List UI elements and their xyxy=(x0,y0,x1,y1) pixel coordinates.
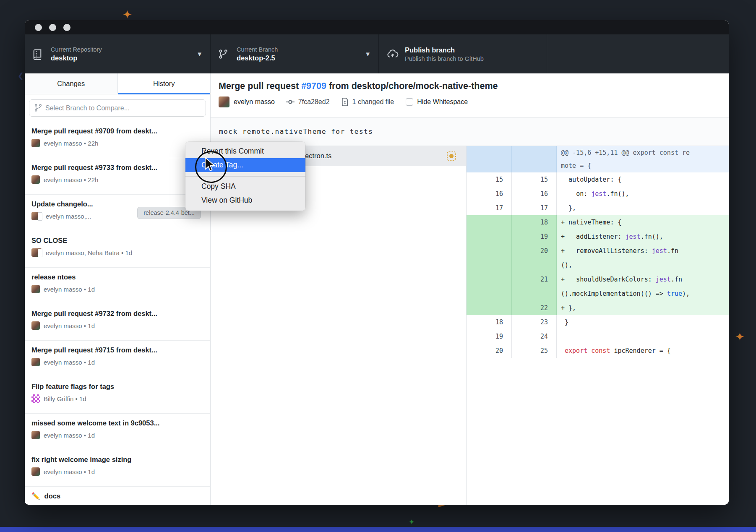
current-repository-label: Current Repository xyxy=(51,46,192,53)
commit-item-meta: evelyn masso • 22h xyxy=(31,175,203,184)
old-line-number xyxy=(467,272,512,301)
commit-list-item[interactable]: Flip feature flags for tagsBilly Griffin… xyxy=(25,377,210,414)
commit-item-title: Merge pull request #9715 from deskt... xyxy=(31,346,203,354)
diff-code-text: + removeAllListeners: jest.fn(), xyxy=(557,244,729,272)
desktop-background: ✦ ✦ ✦ ❮ Current Repository desktop xyxy=(0,0,756,532)
file-modified-icon xyxy=(447,151,456,161)
old-line-number xyxy=(467,244,512,272)
old-line-number xyxy=(467,146,512,172)
new-line-number: 23 xyxy=(512,315,557,329)
close-button[interactable] xyxy=(35,24,42,31)
avatar xyxy=(31,212,42,220)
commit-item-meta: evelyn masso • 1d xyxy=(31,285,203,293)
current-repository-button[interactable]: Current Repository desktop ▼ xyxy=(25,34,211,73)
commit-item-meta: evelyn masso, Neha Batra • 1d xyxy=(31,248,203,257)
diff-line: 22+ }, xyxy=(467,301,729,315)
old-line-number: 18 xyxy=(467,315,512,329)
commit-list-item[interactable]: release ntoesevelyn masso • 1d xyxy=(25,268,210,304)
commit-list-item[interactable]: Merge pull request #9709 from deskt...ev… xyxy=(25,122,210,158)
publish-branch-title: Publish branch xyxy=(405,46,539,54)
current-repository-value: desktop xyxy=(51,54,192,62)
pr-number-link[interactable]: #9709 xyxy=(301,81,326,91)
new-line-number: 16 xyxy=(512,187,557,201)
new-line-number: 21 xyxy=(512,272,557,301)
avatar xyxy=(31,175,40,184)
commit-meta-row: evelyn masso 7fca28ed2 1 chang xyxy=(219,96,729,107)
sparkle-icon: ✦ xyxy=(735,331,745,343)
minimize-button[interactable] xyxy=(49,24,56,31)
menu-item-copy-sha[interactable]: Copy SHA xyxy=(185,180,305,193)
diff-code-text: }, xyxy=(557,201,729,215)
avatar xyxy=(31,431,40,439)
sidebar-tabs: Changes History xyxy=(25,73,210,94)
publish-branch-subtitle: Publish this branch to GitHub xyxy=(405,55,539,62)
diff-line: 20+ removeAllListeners: jest.fn(), xyxy=(467,244,729,272)
old-line-number: 20 xyxy=(467,344,512,358)
commit-item-meta: evelyn masso • 1d xyxy=(31,467,203,476)
hide-whitespace-checkbox[interactable] xyxy=(406,98,413,106)
commit-list-item[interactable]: Merge pull request #9732 from deskt...ev… xyxy=(25,304,210,341)
new-line-number: 25 xyxy=(512,344,557,358)
commit-item-title: Merge pull request #9733 from deskt... xyxy=(31,164,203,172)
tab-changes[interactable]: Changes xyxy=(25,73,117,94)
commit-item-title: missed some welcome text in 9c9053... xyxy=(31,419,203,427)
publish-branch-button[interactable]: Publish branch Publish this branch to Gi… xyxy=(379,34,547,73)
commit-item-title: Flip feature flags for tags xyxy=(31,383,203,391)
new-line-number: 17 xyxy=(512,201,557,215)
diff-line: 21+ shouldUseDarkColors: jest.fn().mockI… xyxy=(467,272,729,301)
window-titlebar xyxy=(25,20,729,34)
commit-item-title: Merge pull request #9732 from deskt... xyxy=(31,310,203,318)
changed-file-icon xyxy=(341,97,349,107)
commit-list-item[interactable]: Merge pull request #9733 from deskt...ev… xyxy=(25,158,210,195)
commit-item-meta: evelyn masso • 1d xyxy=(31,431,203,439)
select-branch-to-compare-input[interactable] xyxy=(29,99,206,117)
tab-history[interactable]: History xyxy=(117,73,211,94)
diff-code-text: on: jest.fn(), xyxy=(557,187,729,201)
commit-list-item[interactable]: fix right welcome image sizingevelyn mas… xyxy=(25,450,210,487)
new-line-number: 19 xyxy=(512,229,557,244)
avatar xyxy=(31,467,40,476)
old-line-number: 17 xyxy=(467,201,512,215)
commit-item-title: SO CLOSE xyxy=(31,237,203,245)
avatar xyxy=(219,96,229,107)
sparkle-icon: ✦ xyxy=(123,9,132,21)
app-toolbar: Current Repository desktop ▼ Current Bra… xyxy=(25,34,729,73)
commit-item-meta: evelyn masso • 1d xyxy=(31,321,203,330)
commit-item-title: release ntoes xyxy=(31,273,203,281)
diff-code-text: + nativeTheme: { xyxy=(557,215,729,229)
new-line-number: 24 xyxy=(512,329,557,344)
changed-files-count: 1 changed file xyxy=(352,98,394,106)
github-desktop-window: Current Repository desktop ▼ Current Bra… xyxy=(25,20,729,505)
commit-list-item[interactable]: missed some welcome text in 9c9053...eve… xyxy=(25,414,210,450)
new-line-number xyxy=(512,146,557,172)
current-branch-label: Current Branch xyxy=(237,46,360,53)
commit-item-title: ✏️docs xyxy=(31,492,203,500)
old-line-number: 19 xyxy=(467,329,512,344)
avatar xyxy=(31,139,40,147)
commit-item-title: Merge pull request #9709 from deskt... xyxy=(31,127,203,135)
cloud-upload-icon xyxy=(386,48,399,60)
repository-book-icon xyxy=(32,48,45,60)
avatar xyxy=(31,285,40,293)
maximize-button[interactable] xyxy=(63,24,70,31)
diff-code-text: autoUpdater: { xyxy=(557,172,729,187)
history-sidebar: Changes History Merge pull req xyxy=(25,73,211,505)
diff-line: 18+ nativeTheme: { xyxy=(467,215,729,229)
diff-code-text: export const ipcRenderer = { xyxy=(557,344,729,358)
current-branch-value: desktop-2.5 xyxy=(237,54,360,62)
commit-item-meta: evelyn masso • 22h xyxy=(31,139,203,147)
avatar xyxy=(31,358,40,366)
commit-list-item[interactable]: Update changelo...evelyn masso,...releas… xyxy=(25,195,210,231)
old-line-number: 16 xyxy=(467,187,512,201)
commit-item-meta: evelyn masso • 1d xyxy=(31,358,203,366)
commit-list-item[interactable]: SO CLOSEevelyn masso, Neha Batra • 1d xyxy=(25,231,210,268)
commit-list-item[interactable]: Merge pull request #9715 from deskt...ev… xyxy=(25,341,210,377)
old-line-number xyxy=(467,301,512,315)
menu-item-view-on-github[interactable]: View on GitHub xyxy=(185,193,305,207)
new-line-number: 15 xyxy=(512,172,557,187)
commit-list-item[interactable]: ✏️docs xyxy=(25,487,210,505)
diff-code-text xyxy=(557,329,729,344)
current-branch-button[interactable]: Current Branch desktop-2.5 ▼ xyxy=(211,34,379,73)
commit-sha: 7fca28ed2 xyxy=(298,98,330,106)
old-line-number xyxy=(467,229,512,244)
